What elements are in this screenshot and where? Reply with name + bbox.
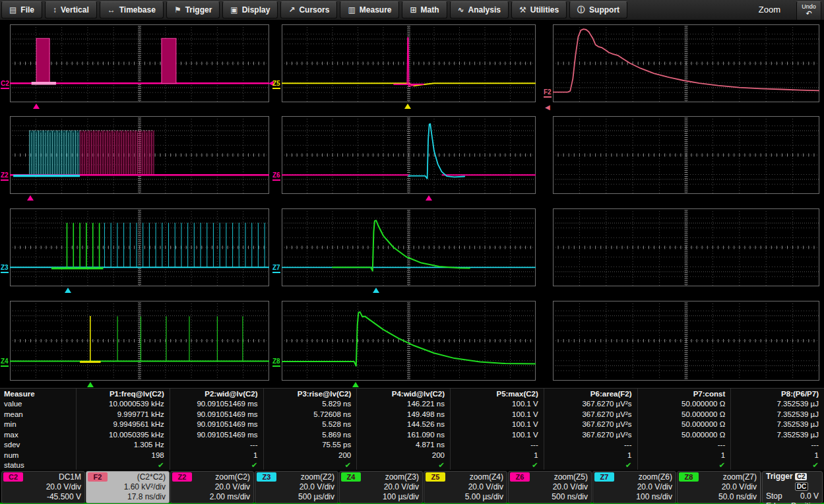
menu-button-cursors[interactable]: ↗Cursors xyxy=(280,1,337,18)
grid-z2[interactable] xyxy=(10,116,269,194)
measure-value-p2-value: 90.091051469 ms xyxy=(170,399,263,410)
menu-button-display[interactable]: ▣Display xyxy=(222,1,278,18)
trace-label-z6[interactable]: Z6 xyxy=(272,172,280,181)
menu-button-trigger[interactable]: ⚑Trigger xyxy=(166,1,220,18)
trace-tab-z5[interactable]: Z5 xyxy=(426,472,445,482)
trigger-position-marker-z4[interactable] xyxy=(87,382,94,387)
measure-value-p1-num: 198 xyxy=(76,450,170,460)
trace-label-text: Z3 xyxy=(1,265,9,273)
waveform-display-area: C2◀Z2Z3Z4Z5Z6Z7Z8F2◀ xyxy=(0,20,824,388)
timebase-icon: ↔ xyxy=(108,5,115,15)
vertical-icon: ↕ xyxy=(53,5,57,15)
measure-status-p7: ✔ xyxy=(637,460,731,471)
trace-box-z4[interactable]: Z4zoom(Z3)20.0 V/div100 µs/div xyxy=(339,471,423,503)
undo-button[interactable]: Undo ↶ xyxy=(796,1,821,21)
offscreen-trigger-arrow[interactable]: ◀ xyxy=(545,104,550,111)
trace-label-f2[interactable]: F2 xyxy=(544,89,552,98)
trace-box-c2[interactable]: C2DC1M20.0 V/div-45.500 V xyxy=(1,471,85,503)
menubar: ▤File↕Vertical↔Timebase⚑Trigger▣Display↗… xyxy=(0,0,824,20)
menu-button-vertical[interactable]: ↕Vertical xyxy=(45,1,97,18)
grid-z4[interactable] xyxy=(10,301,269,381)
trace-label-c2[interactable]: C2 xyxy=(1,80,9,89)
trace-box-z2[interactable]: Z2zoom(C2)20.0 V/div2.00 ms/div xyxy=(170,471,254,503)
measure-value-p6-num: 1 xyxy=(544,450,637,460)
menu-label: Trigger xyxy=(185,5,212,15)
trace-box-f2[interactable]: F2(C2*C2)1.60 kV²/div17.8 ns/div xyxy=(86,471,170,503)
trigger-position-marker-z2[interactable] xyxy=(27,195,34,201)
measure-row-label-sdev: sdev xyxy=(0,440,76,451)
trace-z8-line1: zoom(Z7) xyxy=(723,472,757,482)
trigger-position-marker-z6[interactable] xyxy=(426,195,432,201)
measure-icon: ▥ xyxy=(348,5,355,15)
menu-button-math[interactable]: ⊞Math xyxy=(402,1,447,18)
grid-empty[interactable] xyxy=(553,301,819,381)
measure-status-p3: ✔ xyxy=(263,460,357,471)
grid-f2[interactable] xyxy=(553,24,819,102)
measure-col-header-p1: P1:freq@lv(C2) xyxy=(76,389,170,399)
measure-value-p5-mean: 100.1 V xyxy=(450,409,544,420)
grid-z6[interactable] xyxy=(282,116,536,194)
trigger-descriptor-box[interactable]: Trigger C2 DC Stop 0.0 V Edge Positive xyxy=(762,471,823,503)
measure-value-p1-value: 10.0000539 kHz xyxy=(76,399,170,410)
trigger-position-marker-z5[interactable] xyxy=(404,104,411,109)
trace-tab-z7[interactable]: Z7 xyxy=(594,472,614,482)
trace-label-z7[interactable]: Z7 xyxy=(272,265,280,273)
grid-empty[interactable] xyxy=(553,208,819,286)
menu-button-utilities[interactable]: ⚒Utilities xyxy=(511,1,567,18)
trace-box-z8[interactable]: Z8zoom(Z7)20.0 V/div50.0 ns/div xyxy=(677,471,761,503)
trace-box-z3[interactable]: Z3zoom(Z2)20.0 V/div500 µs/div xyxy=(255,471,338,503)
trace-tab-z2[interactable]: Z2 xyxy=(172,472,192,482)
trace-tab-c2[interactable]: C2 xyxy=(3,472,23,482)
measure-value-p6-mean: 367.6270 µV²s xyxy=(544,409,637,420)
trace-tab-z3[interactable]: Z3 xyxy=(257,472,276,482)
menu-button-timebase[interactable]: ↔Timebase xyxy=(100,1,164,18)
menu-button-support[interactable]: ⓘSupport xyxy=(569,1,627,18)
grid-z5[interactable] xyxy=(282,24,536,102)
menu-button-measure[interactable]: ▥Measure xyxy=(340,1,399,18)
grid-empty[interactable] xyxy=(553,116,819,194)
grid-z7[interactable] xyxy=(282,208,536,286)
trace-tab-z8[interactable]: Z8 xyxy=(679,472,699,482)
measure-value-p8-sdev: --- xyxy=(730,440,824,451)
measure-col-header-p4: P4:wid@lv(C2) xyxy=(356,389,450,399)
trace-label-z5[interactable]: Z5 xyxy=(272,80,280,89)
trace-box-z7[interactable]: Z7zoom(Z6)20.0 V/div100 ns/div xyxy=(592,471,676,503)
trace-c2-line1: DC1M xyxy=(59,472,81,482)
measure-value-p4-num: 200 xyxy=(356,450,450,460)
measure-value-p5-value: 100.1 V xyxy=(450,399,544,410)
trace-z6-line3: 500 ns/div xyxy=(552,492,588,502)
trace-box-z5[interactable]: Z5zoom(Z4)20.0 V/div5.00 µs/div xyxy=(424,471,507,503)
trace-z2-line1: zoom(C2) xyxy=(215,472,250,482)
menu-label: Math xyxy=(421,5,439,15)
trigger-position-marker-z3[interactable] xyxy=(65,288,71,293)
measure-status-p8: ✔ xyxy=(730,460,824,471)
trace-label-z2[interactable]: Z2 xyxy=(1,172,9,181)
grid-c2[interactable] xyxy=(10,24,269,102)
trigger-position-marker-c2[interactable] xyxy=(33,104,40,109)
trace-label-z8[interactable]: Z8 xyxy=(272,358,280,367)
analysis-icon: ∿ xyxy=(458,5,464,15)
measure-value-p1-min: 9.9949561 kHz xyxy=(76,420,170,430)
grid-z3[interactable] xyxy=(10,208,269,286)
measure-value-p8-max: 7.352539 µJ xyxy=(730,429,824,440)
measure-value-p5-num: 1 xyxy=(450,450,544,460)
trace-box-z6[interactable]: Z6zoom(Z5)20.0 V/div500 ns/div xyxy=(508,471,592,503)
trace-tab-z6[interactable]: Z6 xyxy=(510,472,530,482)
menu-label: Cursors xyxy=(299,5,329,15)
trace-tab-z4[interactable]: Z4 xyxy=(341,472,361,482)
menu-label: Timebase xyxy=(119,5,156,15)
menu-label: Support xyxy=(589,5,619,15)
trigger-position-marker-z8[interactable] xyxy=(352,382,359,387)
oscilloscope-app: ▤File↕Vertical↔Timebase⚑Trigger▣Display↗… xyxy=(0,0,824,504)
trace-z4-line3: 100 µs/div xyxy=(383,492,419,502)
menu-button-analysis[interactable]: ∿Analysis xyxy=(450,1,509,18)
measure-col-header-p2: P2:wid@lv(C2) xyxy=(170,389,263,399)
trace-tab-f2[interactable]: F2 xyxy=(88,472,108,482)
measure-status-p2: ✔ xyxy=(170,460,263,471)
trigger-position-marker-z7[interactable] xyxy=(373,288,379,293)
trace-label-z3[interactable]: Z3 xyxy=(1,265,9,273)
support-icon: ⓘ xyxy=(577,5,585,16)
trace-label-z4[interactable]: Z4 xyxy=(1,358,9,367)
menu-button-file[interactable]: ▤File xyxy=(1,1,42,18)
grid-z8[interactable] xyxy=(282,301,536,381)
